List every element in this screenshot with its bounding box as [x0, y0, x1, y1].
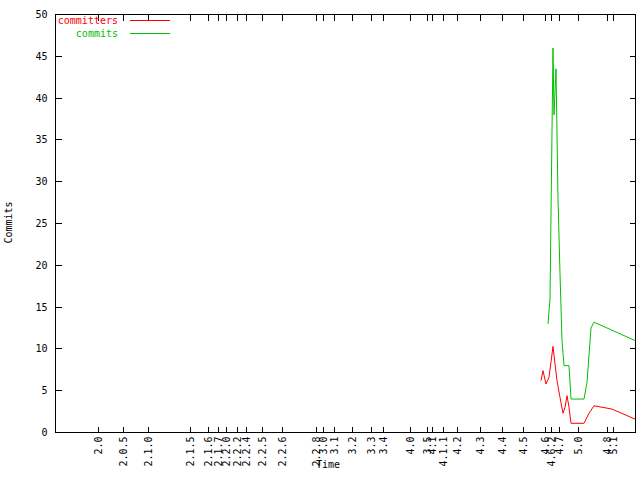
x-tick-label: 3.4	[378, 437, 389, 455]
x-tick-label: 4.7	[554, 437, 565, 455]
y-tick-label: 45	[35, 51, 47, 62]
x-axis-title: Time	[298, 459, 358, 472]
legend: committers commits	[56, 14, 170, 40]
x-tick-label: 2.0	[93, 437, 104, 455]
x-tick-label: 5.1	[608, 437, 619, 455]
x-tick-label: 3.1	[329, 437, 340, 455]
series-line-committers	[541, 346, 635, 423]
y-tick-label: 25	[35, 218, 47, 229]
x-tick-label: 3.2	[347, 437, 358, 455]
x-tick-label: 4.1.1	[438, 437, 449, 467]
y-tick-label: 50	[35, 9, 47, 20]
x-tick-label: 2.2.0	[221, 437, 232, 467]
x-tick-label: 2.2.6	[277, 437, 288, 467]
x-tick-label: 2.2.4	[241, 437, 252, 467]
x-tick-label: 3.3	[366, 437, 377, 455]
x-tick-label: 4.1	[427, 437, 438, 455]
series-line-commits	[548, 48, 635, 399]
x-tick-label: 2.1.0	[143, 437, 154, 467]
x-tick-label: 2.2.5	[257, 437, 268, 467]
x-tick-label: 2.1.5	[185, 437, 196, 467]
x-tick-label: 4.5	[518, 437, 529, 455]
x-tick-label: 4.3	[475, 437, 486, 455]
plot-frame	[56, 15, 636, 433]
y-tick-label: 5	[41, 385, 47, 396]
legend-line-sample-commits	[130, 33, 170, 34]
x-tick-label: 3.0	[318, 437, 329, 455]
commit-history-chart: 051015202530354045502.02.0.52.1.02.1.52.…	[0, 0, 640, 480]
legend-label-commits: commits	[56, 28, 118, 39]
legend-entry-committers: committers	[56, 14, 170, 27]
x-tick-label: 2.0.5	[118, 437, 129, 467]
y-tick-label: 20	[35, 260, 47, 271]
x-tick-label: 4.4	[497, 437, 508, 455]
y-tick-label: 35	[35, 134, 47, 145]
x-tick-label: 4.2	[452, 437, 463, 455]
y-tick-label: 30	[35, 176, 47, 187]
x-tick-label: 4.0	[405, 437, 416, 455]
y-tick-label: 10	[35, 343, 47, 354]
legend-label-committers: committers	[56, 15, 118, 26]
y-tick-label: 15	[35, 302, 47, 313]
x-tick-label: 5.0	[573, 437, 584, 455]
y-tick-label: 40	[35, 93, 47, 104]
y-tick-label: 0	[41, 427, 47, 438]
legend-line-sample-committers	[130, 20, 170, 21]
plot-canvas: 051015202530354045502.02.0.52.1.02.1.52.…	[0, 0, 640, 480]
y-axis-title: Commits	[3, 183, 16, 263]
legend-entry-commits: commits	[56, 27, 170, 40]
